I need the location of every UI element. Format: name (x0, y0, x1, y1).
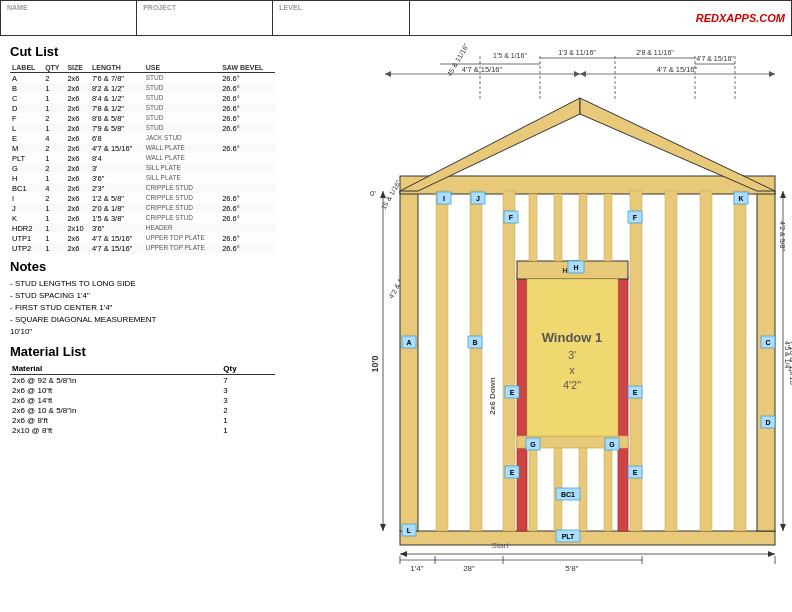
svg-text:2'8 & 11/16": 2'8 & 11/16" (636, 49, 674, 56)
table-cell: 4'7 & 15/16" (90, 143, 144, 153)
table-cell: HDR2 (10, 223, 43, 233)
table-row: H12x63'6"SILL PLATE (10, 173, 275, 183)
table-row: C12x68'4 & 1/2"STUD26.6° (10, 93, 275, 103)
table-cell: 3 (221, 395, 275, 405)
table-row: 2x10 @ 8'ft1 (10, 425, 275, 435)
name-label: NAME (7, 4, 130, 11)
table-cell: 2x6 (65, 103, 90, 113)
table-row: A22x67'6 & 7/8"STUD26.6° (10, 73, 275, 84)
svg-text:F: F (509, 214, 514, 221)
table-cell: 2'3" (90, 183, 144, 193)
table-cell: 2x6 @ 8'ft (10, 415, 221, 425)
svg-text:BC1: BC1 (561, 491, 575, 498)
table-cell: L (10, 123, 43, 133)
svg-text:1'3 & 11/16": 1'3 & 11/16" (558, 49, 596, 56)
table-cell: HEADER (144, 223, 220, 233)
table-cell: WALL PLATE (144, 143, 220, 153)
table-row: E42x66'8JACK STUD (10, 133, 275, 143)
table-cell: BC1 (10, 183, 43, 193)
svg-text:E: E (510, 389, 515, 396)
svg-rect-28 (400, 531, 775, 545)
table-cell: 2x6 (65, 83, 90, 93)
svg-text:E: E (510, 469, 515, 476)
table-cell: STUD (144, 123, 220, 133)
svg-rect-50 (734, 191, 746, 531)
svg-text:4'7 & 15/16": 4'7 & 15/16" (657, 65, 698, 74)
table-cell: 26.6° (220, 93, 275, 103)
table-cell: 26.6° (220, 203, 275, 213)
table-cell: H (10, 173, 43, 183)
table-cell: 26.6° (220, 103, 275, 113)
table-row: K12x61'5 & 3/8"CRIPPLE STUD26.6° (10, 213, 275, 223)
table-cell: STUD (144, 83, 220, 93)
svg-rect-53 (579, 194, 587, 261)
table-cell: 1 (43, 153, 65, 163)
svg-rect-52 (554, 194, 562, 261)
table-cell: 7'9 & 5/8" (90, 123, 144, 133)
table-cell: 1 (43, 243, 65, 253)
table-cell: 2x10 (65, 223, 90, 233)
table-cell: SILL PLATE (144, 163, 220, 173)
table-cell: UPPER TOP PLATE (144, 243, 220, 253)
table-cell: 1 (43, 213, 65, 223)
table-cell: 2x6 @ 10 & 5/8"in (10, 405, 221, 415)
table-cell: 2 (43, 73, 65, 84)
table-row: UTP212x64'7 & 15/16"UPPER TOP PLATE26.6° (10, 243, 275, 253)
svg-rect-48 (665, 191, 677, 531)
table-row: 2x6 @ 92 & 5/8"in7 (10, 375, 275, 386)
svg-text:D: D (765, 419, 770, 426)
svg-rect-54 (604, 194, 612, 261)
svg-text:C: C (765, 339, 770, 346)
table-cell: 26.6° (220, 73, 275, 84)
table-row: D12x67'8 & 1/2"STUD26.6° (10, 103, 275, 113)
svg-text:7'10 & 15/16": 7'10 & 15/16" (788, 340, 792, 388)
table-cell: 3' (90, 163, 144, 173)
table-cell: 1 (43, 203, 65, 213)
table-cell: 3 (221, 385, 275, 395)
svg-rect-34 (436, 191, 448, 531)
table-cell: D (10, 103, 43, 113)
table-cell: 3'6" (90, 173, 144, 183)
table-cell: 4 (43, 183, 65, 193)
list-item: - SQUARE DIAGONAL MEASUREMENT (10, 314, 275, 326)
table-cell: 1 (43, 83, 65, 93)
table-cell: 2x6 (65, 213, 90, 223)
table-cell: K (10, 213, 43, 223)
svg-rect-55 (529, 448, 537, 531)
svg-text:10'0: 10'0 (370, 355, 380, 372)
table-cell: 2x6 (65, 193, 90, 203)
svg-text:A: A (406, 339, 411, 346)
header: NAME PROJECT LEVEL redxapps.com (0, 0, 792, 36)
table-cell: 2x6 (65, 123, 90, 133)
table-cell: 8'4 (90, 153, 144, 163)
table-cell: 2x6 (65, 183, 90, 193)
svg-rect-37 (630, 191, 642, 531)
project-label: PROJECT (143, 4, 266, 11)
svg-rect-29 (400, 191, 418, 531)
material-title: Material List (10, 344, 275, 359)
list-item: - FIRST STUD CENTER 1'4" (10, 302, 275, 314)
table-cell: 2x6 (65, 93, 90, 103)
svg-text:H: H (573, 264, 578, 271)
table-cell: B (10, 83, 43, 93)
table-cell: 1 (43, 103, 65, 113)
table-cell: M (10, 143, 43, 153)
svg-rect-39 (618, 276, 628, 531)
table-cell: 2x6 (65, 173, 90, 183)
cut-list-table: LABEL QTY SIZE LENGTH USE SAW BEVEL A22x… (10, 63, 275, 253)
table-cell: STUD (144, 93, 220, 103)
table-cell: 4 (43, 133, 65, 143)
table-cell: 7'8 & 1/2" (90, 103, 144, 113)
table-cell (220, 153, 275, 163)
svg-text:E: E (633, 469, 638, 476)
table-cell: 2x6 @ 92 & 5/8"in (10, 375, 221, 386)
svg-text:B: B (472, 339, 477, 346)
col-label: LABEL (10, 63, 43, 73)
table-cell: 26.6° (220, 113, 275, 123)
mat-col-material: Material (10, 363, 221, 375)
table-cell: 1 (221, 415, 275, 425)
page: NAME PROJECT LEVEL redxapps.com Cut List… (0, 0, 792, 612)
table-row: L12x67'9 & 5/8"STUD26.6° (10, 123, 275, 133)
brand-text: redxapps.com (696, 12, 785, 24)
notes-title: Notes (10, 259, 275, 274)
